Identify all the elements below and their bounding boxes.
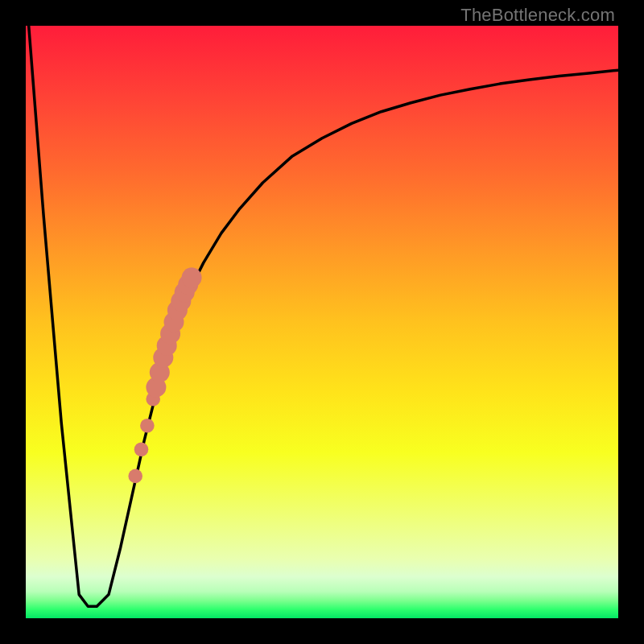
curve-marker — [134, 442, 149, 456]
curve-markers — [128, 267, 201, 483]
curve-marker — [182, 267, 202, 287]
chart-frame: TheBottleneck.com — [0, 0, 644, 644]
chart-svg — [26, 26, 618, 618]
plot-area — [26, 26, 618, 618]
curve-marker — [128, 469, 142, 484]
bottleneck-curve — [29, 26, 618, 606]
attribution-text: TheBottleneck.com — [460, 5, 615, 26]
curve-marker — [140, 419, 155, 433]
